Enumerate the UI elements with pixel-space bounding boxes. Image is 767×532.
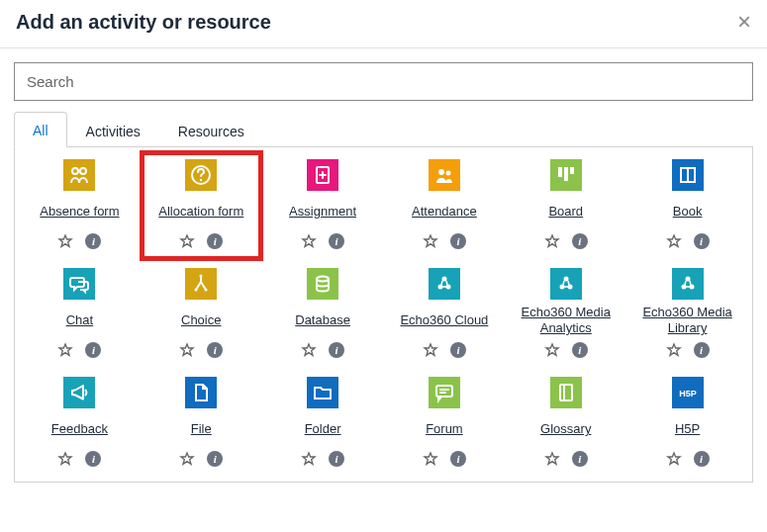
search-wrap (0, 48, 767, 111)
tab-resources[interactable]: Resources (159, 112, 263, 147)
activity-forum[interactable]: Forumi (386, 371, 504, 476)
activity-actions: i (543, 341, 589, 359)
star-icon[interactable] (543, 232, 561, 250)
activity-book[interactable]: Booki (628, 153, 746, 258)
info-icon[interactable]: i (206, 341, 224, 359)
activity-chat[interactable]: Chati (21, 262, 139, 367)
activity-label[interactable]: File (191, 412, 212, 446)
activity-label[interactable]: Folder (305, 412, 341, 446)
activity-label[interactable]: Allocation form (158, 195, 243, 228)
info-icon[interactable]: i (206, 450, 224, 468)
echo-icon (672, 268, 704, 300)
star-icon[interactable] (543, 341, 561, 359)
activity-actions: i (665, 450, 711, 468)
activity-label[interactable]: Feedback (51, 412, 108, 446)
info-icon[interactable]: i (328, 341, 345, 359)
activity-label[interactable]: Absence form (40, 195, 119, 228)
activity-label[interactable]: Echo360 Media Analytics (509, 304, 623, 337)
echo-icon (429, 268, 460, 300)
activity-file[interactable]: Filei (143, 371, 260, 476)
info-icon[interactable]: i (449, 341, 467, 359)
star-icon[interactable] (56, 341, 74, 359)
star-icon[interactable] (56, 450, 74, 468)
activity-actions: i (300, 450, 345, 468)
activity-choice[interactable]: Choicei (143, 262, 260, 367)
activity-label[interactable]: Board (548, 195, 583, 228)
info-icon[interactable]: i (84, 450, 102, 468)
modal-header: Add an activity or resource × (0, 0, 767, 48)
activity-actions: i (665, 232, 711, 250)
star-icon[interactable] (300, 450, 318, 468)
info-icon[interactable]: i (693, 341, 711, 359)
add-activity-modal: Add an activity or resource × AllActivit… (0, 0, 767, 483)
activity-label[interactable]: Echo360 Cloud (400, 304, 488, 337)
activity-label[interactable]: Database (295, 304, 350, 337)
star-icon[interactable] (300, 232, 318, 250)
activity-actions: i (56, 341, 102, 359)
activity-label[interactable]: Echo360 Media Library (630, 304, 744, 337)
activity-database[interactable]: Databasei (264, 262, 382, 367)
activity-absence-form[interactable]: Absence formi (21, 153, 139, 258)
info-icon[interactable]: i (571, 232, 589, 250)
info-icon[interactable]: i (693, 450, 711, 468)
search-input[interactable] (14, 62, 753, 101)
question-icon (185, 159, 217, 191)
activity-echo360-media-library[interactable]: Echo360 Media Libraryi (628, 262, 746, 367)
info-icon[interactable]: i (571, 341, 589, 359)
activity-feedback[interactable]: Feedbacki (21, 371, 139, 476)
info-icon[interactable]: i (84, 341, 102, 359)
star-icon[interactable] (422, 232, 439, 250)
info-icon[interactable]: i (328, 450, 345, 468)
star-icon[interactable] (665, 341, 683, 359)
tab-activities[interactable]: Activities (67, 112, 159, 147)
info-icon[interactable]: i (84, 232, 102, 250)
activity-h5p[interactable]: H5Pi (628, 371, 746, 476)
activity-actions: i (56, 450, 102, 468)
activity-folder[interactable]: Folderi (264, 371, 382, 476)
star-icon[interactable] (422, 450, 439, 468)
star-icon[interactable] (665, 232, 683, 250)
info-icon[interactable]: i (449, 232, 467, 250)
activity-label[interactable]: Choice (181, 304, 221, 337)
close-button[interactable]: × (737, 10, 751, 34)
star-icon[interactable] (300, 341, 318, 359)
activity-board[interactable]: Boardi (507, 153, 624, 258)
star-icon[interactable] (543, 450, 561, 468)
chat-icon (63, 268, 95, 300)
folder-icon (307, 377, 338, 408)
activity-attendance[interactable]: Attendancei (386, 153, 504, 258)
info-icon[interactable]: i (693, 232, 711, 250)
activity-actions: i (543, 450, 589, 468)
info-icon[interactable]: i (449, 450, 467, 468)
activity-label[interactable]: H5P (675, 412, 700, 446)
forum-icon (429, 377, 460, 408)
activity-label[interactable]: Forum (426, 412, 463, 446)
info-icon[interactable]: i (328, 232, 345, 250)
activity-allocation-form[interactable]: Allocation formi (143, 153, 260, 258)
h5p-icon (672, 377, 704, 408)
activity-label[interactable]: Glossary (540, 412, 591, 446)
modal-title: Add an activity or resource (16, 11, 271, 34)
activity-echo360-cloud[interactable]: Echo360 Cloudi (386, 262, 504, 367)
file-icon (185, 377, 217, 408)
activity-echo360-media-analytics[interactable]: Echo360 Media Analyticsi (507, 262, 624, 367)
info-icon[interactable]: i (571, 450, 589, 468)
activity-assignment[interactable]: Assignmenti (264, 153, 382, 258)
star-icon[interactable] (178, 450, 196, 468)
star-icon[interactable] (422, 341, 439, 359)
activity-actions: i (178, 450, 224, 468)
tab-all[interactable]: All (14, 112, 67, 147)
activity-label[interactable]: Assignment (289, 195, 356, 228)
activity-actions: i (300, 341, 345, 359)
star-icon[interactable] (178, 232, 196, 250)
activity-actions: i (56, 232, 102, 250)
activity-label[interactable]: Book (673, 195, 703, 228)
activity-glossary[interactable]: Glossaryi (507, 371, 624, 476)
star-icon[interactable] (665, 450, 683, 468)
star-icon[interactable] (56, 232, 74, 250)
activity-grid: Absence formiAllocation formiAssignmenti… (14, 147, 753, 483)
info-icon[interactable]: i (206, 232, 224, 250)
activity-label[interactable]: Chat (66, 304, 93, 337)
activity-label[interactable]: Attendance (412, 195, 477, 228)
star-icon[interactable] (178, 341, 196, 359)
